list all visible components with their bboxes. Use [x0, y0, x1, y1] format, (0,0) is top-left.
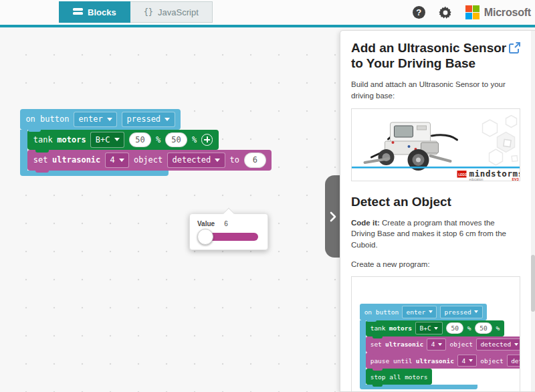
- tutorial-intro: Build and attach an Ultrasonic Sensor to…: [351, 79, 520, 101]
- javascript-icon: {}: [144, 7, 153, 17]
- tab-blocks[interactable]: Blocks: [59, 1, 130, 23]
- object-label: object: [134, 155, 163, 165]
- on-button-label: on button: [25, 114, 69, 124]
- help-icon[interactable]: ?: [413, 6, 425, 19]
- popup-arrow: [223, 208, 235, 219]
- robot-image: LEGO mindstorms education EV3: [351, 108, 520, 181]
- speed-left-field[interactable]: 50: [129, 132, 152, 147]
- lego-logo-text: LEGO: [459, 173, 467, 177]
- tank-label: tank: [33, 135, 53, 144]
- ev3-logo-text: EV3: [512, 177, 519, 181]
- to-label: to: [229, 155, 239, 165]
- chevron-down-icon: [514, 343, 518, 346]
- mode-dropdown[interactable]: detected: [167, 153, 225, 168]
- sidebar-collapse-tab[interactable]: [325, 175, 341, 258]
- code-it-text: Code it: Create a program that moves the…: [351, 217, 520, 251]
- chevron-down-icon: [469, 359, 473, 362]
- tutorial-block-program: on button enter pressed tank motors B+C …: [360, 304, 520, 389]
- block-set-ultrasonic: set ultrasonic 4 object detected to 6: [366, 336, 520, 353]
- gear-icon[interactable]: [439, 6, 452, 19]
- sidebar-scrollbar[interactable]: [531, 31, 535, 391]
- microsoft-logo[interactable]: Microsoft: [465, 5, 531, 19]
- percent-label: %: [156, 135, 160, 144]
- chevron-down-icon: [107, 118, 112, 121]
- microsoft-logo-icon: [465, 5, 479, 19]
- main-block-program: on button enter pressed tank motors B+C …: [20, 109, 272, 176]
- section-title: Detect an Object: [351, 195, 520, 209]
- help-glyph: ?: [416, 7, 421, 17]
- event-block-spine: [20, 130, 27, 171]
- block-set-ultrasonic[interactable]: set ultrasonic 4 object detected to 6: [27, 150, 272, 171]
- tab-javascript-label: JavaScript: [158, 7, 199, 17]
- program-image: on button enter pressed tank motors B+C …: [351, 276, 520, 392]
- block-pause-until: pause until ultrasonic 4 object detected: [366, 353, 520, 369]
- chevron-down-icon: [429, 310, 433, 313]
- chevron-down-icon: [474, 310, 478, 313]
- chevron-down-icon: [438, 343, 442, 346]
- ultrasonic-label: ultrasonic: [52, 155, 100, 165]
- block-on-button[interactable]: on button enter pressed: [20, 109, 181, 130]
- set-label: set: [33, 155, 48, 165]
- value-current: 6: [224, 220, 228, 227]
- makecode-app: Blocks {} JavaScript ? Microsoft on butt…: [0, 0, 535, 392]
- motors-dropdown[interactable]: B+C: [90, 132, 124, 147]
- block-on-button: on button enter pressed: [360, 304, 487, 320]
- tutorial-title: Add an Ultrasonic Sensor to Your Driving…: [351, 40, 509, 71]
- block-tank-motors: tank motors B+C 50 % 50 %: [366, 320, 504, 336]
- block-tank-motors[interactable]: tank motors B+C 50 % 50 %: [27, 130, 218, 151]
- chevron-down-icon: [215, 159, 220, 162]
- tab-javascript[interactable]: {} JavaScript: [130, 1, 213, 23]
- chevron-down-icon: [114, 138, 120, 141]
- editor-tabbar: Blocks {} JavaScript: [59, 1, 213, 23]
- expand-plus-icon[interactable]: [201, 134, 213, 145]
- distance-value-field[interactable]: 6: [244, 153, 267, 167]
- slider-thumb[interactable]: [197, 229, 213, 245]
- header-right-group: ? Microsoft: [413, 0, 531, 25]
- motors-label: motors: [57, 135, 86, 144]
- port-dropdown[interactable]: 4: [105, 153, 129, 168]
- chevron-down-icon: [119, 159, 124, 162]
- external-link-icon[interactable]: [509, 42, 520, 56]
- microsoft-logo-text: Microsoft: [484, 7, 531, 19]
- button-dropdown[interactable]: enter: [74, 112, 117, 127]
- create-program-text: Create a new program:: [351, 259, 520, 270]
- scrollbar-thumb[interactable]: [531, 255, 535, 312]
- value-slider[interactable]: [199, 233, 258, 241]
- value-label: Value: [197, 220, 215, 227]
- percent-label: %: [192, 135, 197, 144]
- tab-blocks-label: Blocks: [88, 7, 116, 17]
- blocks-icon: [73, 7, 83, 17]
- header-accent-line: [0, 25, 535, 27]
- event-dropdown[interactable]: pressed: [122, 112, 175, 127]
- speed-right-field[interactable]: 50: [165, 132, 188, 147]
- code-it-label: Code it:: [351, 219, 380, 227]
- chevron-down-icon: [434, 327, 438, 330]
- chevron-right-icon: [330, 211, 336, 222]
- chevron-down-icon: [165, 118, 170, 121]
- block-stop-all-motors: stop all motors: [366, 369, 432, 385]
- event-block-spine: [360, 320, 366, 385]
- tutorial-sidebar: Add an Ultrasonic Sensor to Your Driving…: [340, 30, 535, 392]
- education-logo-text: education: [469, 177, 484, 181]
- value-slider-popup: Value 6: [189, 213, 268, 250]
